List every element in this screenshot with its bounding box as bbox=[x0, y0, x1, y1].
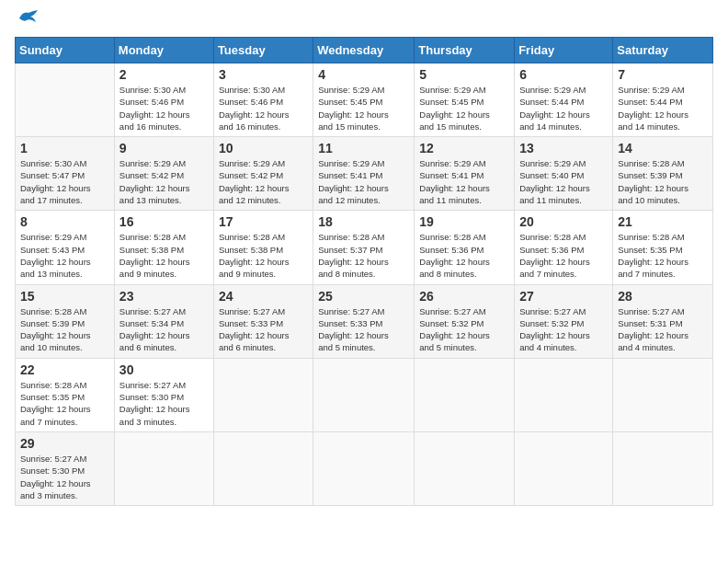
day-info: Sunrise: 5:29 AM Sunset: 5:41 PM Dayligh… bbox=[318, 157, 409, 206]
day-info: Sunrise: 5:27 AM Sunset: 5:33 PM Dayligh… bbox=[219, 305, 308, 354]
day-info: Sunrise: 5:29 AM Sunset: 5:45 PM Dayligh… bbox=[318, 84, 409, 132]
weekday-header-saturday: Saturday bbox=[613, 38, 713, 63]
day-number: 17 bbox=[219, 214, 308, 229]
calendar-cell: 8Sunrise: 5:29 AM Sunset: 5:43 PM Daylig… bbox=[16, 211, 115, 284]
weekday-header-sunday: Sunday bbox=[16, 38, 115, 63]
calendar-cell bbox=[415, 431, 515, 505]
calendar-cell: 16Sunrise: 5:28 AM Sunset: 5:38 PM Dayli… bbox=[114, 211, 213, 284]
calendar-cell: 28Sunrise: 5:27 AM Sunset: 5:31 PM Dayli… bbox=[613, 284, 713, 358]
calendar-cell: 27Sunrise: 5:27 AM Sunset: 5:32 PM Dayli… bbox=[515, 284, 613, 358]
calendar-cell: 23Sunrise: 5:27 AM Sunset: 5:34 PM Dayli… bbox=[114, 284, 213, 358]
day-number: 29 bbox=[20, 436, 109, 451]
day-number: 24 bbox=[219, 289, 308, 304]
calendar-cell: 26Sunrise: 5:27 AM Sunset: 5:32 PM Dayli… bbox=[415, 284, 515, 358]
day-number: 20 bbox=[519, 214, 608, 229]
day-info: Sunrise: 5:29 AM Sunset: 5:45 PM Dayligh… bbox=[419, 84, 509, 132]
calendar-cell bbox=[213, 358, 313, 431]
day-number: 12 bbox=[419, 141, 509, 155]
day-number: 18 bbox=[318, 214, 409, 229]
day-number: 3 bbox=[219, 67, 308, 82]
day-info: Sunrise: 5:30 AM Sunset: 5:46 PM Dayligh… bbox=[219, 84, 308, 132]
calendar-cell: 30Sunrise: 5:27 AM Sunset: 5:30 PM Dayli… bbox=[114, 358, 213, 431]
calendar-cell: 4Sunrise: 5:29 AM Sunset: 5:45 PM Daylig… bbox=[313, 63, 415, 137]
day-info: Sunrise: 5:30 AM Sunset: 5:47 PM Dayligh… bbox=[20, 157, 109, 206]
day-info: Sunrise: 5:28 AM Sunset: 5:39 PM Dayligh… bbox=[618, 157, 708, 206]
day-info: Sunrise: 5:28 AM Sunset: 5:38 PM Dayligh… bbox=[219, 231, 308, 280]
day-info: Sunrise: 5:28 AM Sunset: 5:36 PM Dayligh… bbox=[519, 231, 608, 280]
day-number: 8 bbox=[20, 214, 109, 229]
day-number: 14 bbox=[618, 141, 708, 155]
calendar-cell bbox=[16, 63, 115, 137]
day-number: 15 bbox=[20, 289, 109, 304]
calendar-cell: 7Sunrise: 5:29 AM Sunset: 5:44 PM Daylig… bbox=[613, 63, 713, 137]
calendar-week-row: 15Sunrise: 5:28 AM Sunset: 5:39 PM Dayli… bbox=[16, 284, 713, 358]
day-number: 4 bbox=[318, 67, 409, 82]
day-info: Sunrise: 5:27 AM Sunset: 5:34 PM Dayligh… bbox=[119, 305, 209, 354]
calendar-cell: 29Sunrise: 5:27 AM Sunset: 5:30 PM Dayli… bbox=[16, 431, 115, 505]
calendar-cell bbox=[313, 358, 415, 431]
day-info: Sunrise: 5:28 AM Sunset: 5:35 PM Dayligh… bbox=[20, 379, 109, 428]
day-number: 13 bbox=[519, 141, 608, 155]
day-info: Sunrise: 5:29 AM Sunset: 5:43 PM Dayligh… bbox=[20, 231, 109, 280]
header bbox=[15, 15, 713, 26]
day-info: Sunrise: 5:28 AM Sunset: 5:39 PM Dayligh… bbox=[20, 305, 109, 354]
day-number: 16 bbox=[119, 214, 209, 229]
calendar-cell: 21Sunrise: 5:28 AM Sunset: 5:35 PM Dayli… bbox=[613, 211, 713, 284]
day-number: 7 bbox=[618, 67, 708, 82]
day-number: 11 bbox=[318, 141, 409, 155]
day-number: 27 bbox=[519, 289, 608, 304]
calendar-cell bbox=[515, 358, 613, 431]
day-info: Sunrise: 5:28 AM Sunset: 5:35 PM Dayligh… bbox=[618, 231, 708, 280]
calendar-cell: 18Sunrise: 5:28 AM Sunset: 5:37 PM Dayli… bbox=[313, 211, 415, 284]
weekday-header-wednesday: Wednesday bbox=[313, 38, 415, 63]
calendar-week-row: 8Sunrise: 5:29 AM Sunset: 5:43 PM Daylig… bbox=[16, 211, 713, 284]
day-info: Sunrise: 5:27 AM Sunset: 5:32 PM Dayligh… bbox=[419, 305, 509, 354]
calendar-cell: 10Sunrise: 5:29 AM Sunset: 5:42 PM Dayli… bbox=[213, 137, 313, 211]
weekday-header-friday: Friday bbox=[515, 38, 613, 63]
day-info: Sunrise: 5:28 AM Sunset: 5:37 PM Dayligh… bbox=[318, 231, 409, 280]
day-info: Sunrise: 5:29 AM Sunset: 5:41 PM Dayligh… bbox=[419, 157, 509, 206]
day-info: Sunrise: 5:28 AM Sunset: 5:38 PM Dayligh… bbox=[119, 231, 209, 280]
day-info: Sunrise: 5:27 AM Sunset: 5:31 PM Dayligh… bbox=[618, 305, 708, 354]
calendar-cell: 22Sunrise: 5:28 AM Sunset: 5:35 PM Dayli… bbox=[16, 358, 115, 431]
day-number: 9 bbox=[119, 141, 209, 155]
calendar-week-row: 2Sunrise: 5:30 AM Sunset: 5:46 PM Daylig… bbox=[16, 63, 713, 137]
calendar-cell bbox=[515, 431, 613, 505]
calendar-cell bbox=[213, 431, 313, 505]
day-number: 25 bbox=[318, 289, 409, 304]
day-number: 26 bbox=[419, 289, 509, 304]
day-info: Sunrise: 5:30 AM Sunset: 5:46 PM Dayligh… bbox=[119, 84, 209, 132]
calendar-cell: 17Sunrise: 5:28 AM Sunset: 5:38 PM Dayli… bbox=[213, 211, 313, 284]
calendar-cell: 19Sunrise: 5:28 AM Sunset: 5:36 PM Dayli… bbox=[415, 211, 515, 284]
weekday-header-row: SundayMondayTuesdayWednesdayThursdayFrid… bbox=[16, 38, 713, 63]
calendar-cell: 15Sunrise: 5:28 AM Sunset: 5:39 PM Dayli… bbox=[16, 284, 115, 358]
calendar-cell: 9Sunrise: 5:29 AM Sunset: 5:42 PM Daylig… bbox=[114, 137, 213, 211]
calendar-cell bbox=[613, 358, 713, 431]
calendar-week-row: 1Sunrise: 5:30 AM Sunset: 5:47 PM Daylig… bbox=[16, 137, 713, 211]
weekday-header-thursday: Thursday bbox=[415, 38, 515, 63]
calendar-cell: 5Sunrise: 5:29 AM Sunset: 5:45 PM Daylig… bbox=[415, 63, 515, 137]
calendar-cell: 20Sunrise: 5:28 AM Sunset: 5:36 PM Dayli… bbox=[515, 211, 613, 284]
calendar-cell: 12Sunrise: 5:29 AM Sunset: 5:41 PM Dayli… bbox=[415, 137, 515, 211]
day-number: 23 bbox=[119, 289, 209, 304]
calendar-week-row: 22Sunrise: 5:28 AM Sunset: 5:35 PM Dayli… bbox=[16, 358, 713, 431]
day-number: 6 bbox=[519, 67, 608, 82]
calendar-cell: 14Sunrise: 5:28 AM Sunset: 5:39 PM Dayli… bbox=[613, 137, 713, 211]
day-info: Sunrise: 5:27 AM Sunset: 5:30 PM Dayligh… bbox=[119, 379, 209, 428]
day-info: Sunrise: 5:29 AM Sunset: 5:42 PM Dayligh… bbox=[119, 157, 209, 206]
calendar-cell bbox=[313, 431, 415, 505]
calendar-cell: 25Sunrise: 5:27 AM Sunset: 5:33 PM Dayli… bbox=[313, 284, 415, 358]
calendar-cell: 3Sunrise: 5:30 AM Sunset: 5:46 PM Daylig… bbox=[213, 63, 313, 137]
day-number: 28 bbox=[618, 289, 708, 304]
calendar-table: SundayMondayTuesdayWednesdayThursdayFrid… bbox=[15, 37, 713, 506]
calendar-cell: 2Sunrise: 5:30 AM Sunset: 5:46 PM Daylig… bbox=[114, 63, 213, 137]
day-number: 21 bbox=[618, 214, 708, 229]
day-info: Sunrise: 5:27 AM Sunset: 5:30 PM Dayligh… bbox=[20, 453, 109, 501]
day-number: 2 bbox=[119, 67, 209, 82]
calendar-week-row: 29Sunrise: 5:27 AM Sunset: 5:30 PM Dayli… bbox=[16, 431, 713, 505]
calendar-cell bbox=[415, 358, 515, 431]
day-number: 19 bbox=[419, 214, 509, 229]
calendar-cell: 1Sunrise: 5:30 AM Sunset: 5:47 PM Daylig… bbox=[16, 137, 115, 211]
logo-bird-icon bbox=[17, 9, 40, 26]
weekday-header-monday: Monday bbox=[114, 38, 213, 63]
